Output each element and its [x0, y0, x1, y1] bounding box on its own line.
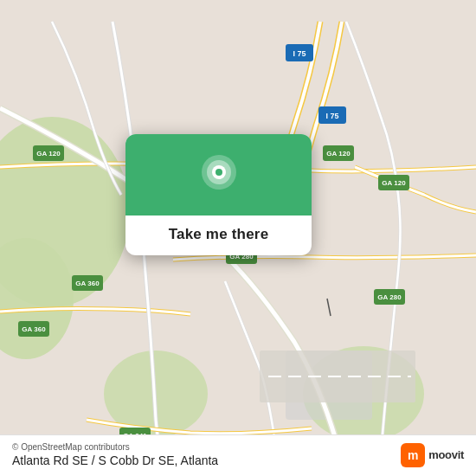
- svg-text:GA 120: GA 120: [326, 150, 351, 158]
- card-bottom[interactable]: Take me there: [125, 215, 312, 255]
- moovit-logo: m moovit: [401, 443, 464, 467]
- svg-text:GA 360: GA 360: [75, 280, 100, 287]
- svg-point-33: [215, 169, 222, 176]
- svg-line-29: [327, 299, 331, 316]
- bottom-left: © OpenStreetMap contributors Atlanta Rd …: [12, 442, 218, 467]
- svg-text:I 75: I 75: [293, 49, 306, 58]
- location-card: Take me there: [125, 134, 312, 255]
- svg-text:GA 120: GA 120: [382, 179, 406, 187]
- bottom-bar: © OpenStreetMap contributors Atlanta Rd …: [0, 434, 476, 476]
- location-label: Atlanta Rd SE / S Cobb Dr SE, Atlanta: [12, 453, 218, 467]
- card-top: [125, 134, 312, 215]
- svg-text:GA 280: GA 280: [377, 293, 402, 301]
- svg-text:GA 120: GA 120: [36, 150, 61, 158]
- svg-text:GA 360: GA 360: [22, 325, 46, 333]
- map-container: I 75 I 75 GA 120 GA 120 GA 120 GA 120 GA…: [0, 0, 476, 476]
- moovit-icon: m: [401, 443, 425, 467]
- moovit-icon-letter: m: [408, 449, 418, 461]
- svg-text:I 75: I 75: [325, 112, 338, 120]
- map-pin-icon: [198, 153, 240, 200]
- take-me-there-button[interactable]: Take me there: [169, 226, 269, 242]
- osm-credit-text: © OpenStreetMap contributors: [12, 442, 218, 452]
- moovit-text: moovit: [428, 448, 464, 461]
